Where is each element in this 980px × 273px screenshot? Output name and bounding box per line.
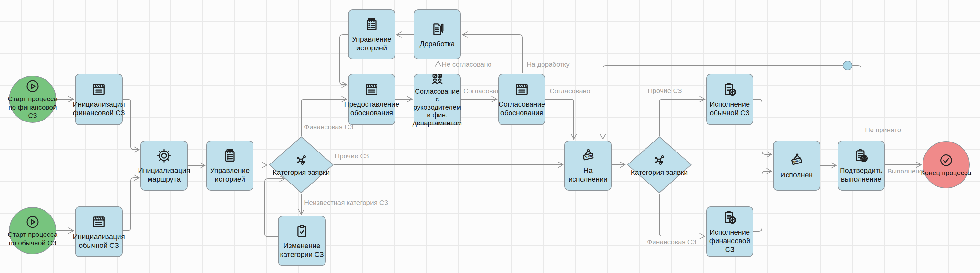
edge-label-other-2: Прочие СЗ [648, 87, 682, 94]
edge-waypoint-handle[interactable] [843, 61, 853, 70]
node-route-init[interactable]: Инициализация маршрута [140, 140, 188, 191]
node-label: Предоставление обоснования [344, 100, 399, 118]
node-label: Управление историей [349, 35, 394, 53]
node-story-management[interactable]: Управление историей [206, 140, 253, 191]
edge-label-other-1: Прочие СЗ [335, 152, 369, 160]
edge-label-not-accepted: Не принято [865, 126, 901, 133]
play-circle-icon [25, 78, 40, 94]
network-icon [652, 153, 667, 168]
node-exec-regular[interactable]: Исполнение обычной СЗ [706, 73, 753, 125]
node-category-gateway-1[interactable]: Категория заявки [269, 136, 334, 193]
node-story-management-top[interactable]: Управление историей [348, 10, 395, 59]
node-label: Инициализация маршрута [138, 166, 190, 184]
edges-layer: Финансовая СЗ Прочие СЗ Неизвестная кате… [0, 0, 980, 273]
node-label: Инициализация обычной СЗ [73, 233, 125, 250]
edge-label-unknown-category: Неизвестная категория СЗ [304, 199, 388, 206]
network-icon [294, 153, 309, 168]
node-label: На исполнении [566, 166, 610, 184]
edge-label-not-approved: Не согласовано [442, 61, 492, 68]
check-circle-icon [939, 153, 954, 168]
edge-category2-to-execreg[interactable] [659, 99, 705, 136]
node-confirm-completion[interactable]: Подтвердить выполнение [838, 140, 885, 191]
edge-execreg-to-done[interactable] [753, 99, 772, 155]
open-sign-icon: OPEN [788, 152, 805, 169]
node-approve-manager[interactable]: Согласование с руководителем и фин. депа… [414, 73, 461, 125]
node-end-process[interactable]: Конец процесса [923, 141, 970, 188]
node-exec-financial[interactable]: Исполнение финансовой СЗ [706, 206, 753, 257]
edge-label-approved-2: Согласовано [550, 87, 590, 95]
people-vote-icon [430, 72, 445, 86]
node-category-gateway-2[interactable]: Категория заявки [627, 136, 692, 193]
clipboard-check-icon [294, 223, 310, 239]
gear-icon [156, 147, 172, 164]
node-label: Изменение категории СЗ [279, 242, 325, 259]
node-done[interactable]: OPEN Исполнен [773, 140, 820, 191]
clapperboard-icon [91, 214, 107, 230]
node-label: Согласование обоснования [498, 100, 546, 118]
edge-category2-to-execfin[interactable] [659, 193, 705, 236]
node-label: Исполнение обычной СЗ [708, 100, 752, 118]
edge-label-to-rework: На доработку [527, 61, 570, 68]
edge-storytop-to-provide[interactable] [340, 35, 348, 85]
node-label: Категория заявки [273, 168, 330, 177]
node-label: Исполнен [780, 171, 813, 180]
document-pencil-icon [429, 21, 445, 37]
node-approve-justification[interactable]: Согласование обоснования [498, 73, 546, 125]
clapperboard-icon [91, 81, 107, 98]
edge-label-financial-2: Финансовая СЗ [647, 238, 696, 246]
node-label: Старт процесса по обычной СЗ [7, 230, 58, 247]
edge-init-reg-to-route[interactable] [123, 178, 139, 231]
notepad-list-icon [221, 147, 238, 164]
node-label: Исполнение финансовой СЗ [708, 228, 752, 254]
node-change-category[interactable]: Изменение категории СЗ [278, 216, 326, 266]
node-label: Конец процесса [921, 169, 972, 177]
clipboard-check-badge-icon [721, 81, 738, 98]
edge-approvejust-to-inprogress[interactable] [545, 99, 574, 139]
node-label: Управление историей [208, 166, 252, 184]
node-label: Старт процесса по финансовой СЗ [7, 95, 58, 120]
node-label: Инициализация финансовой СЗ [73, 100, 125, 118]
node-label: Категория заявки [631, 168, 688, 177]
node-provide-justification[interactable]: Предоставление обоснования [348, 73, 395, 125]
node-rework[interactable]: Доработка [414, 10, 461, 59]
node-init-regular[interactable]: Инициализация обычной СЗ [75, 206, 123, 257]
node-label: Подтвердить выполнение [839, 166, 883, 184]
edge-label-completed: Выполнено [887, 168, 923, 175]
node-label: Согласование с руководителем и фин. депа… [413, 88, 462, 127]
edge-init-fin-to-route[interactable] [123, 99, 139, 150]
node-start-financial[interactable]: Старт процесса по финансовой СЗ [9, 76, 56, 123]
clapperboard-icon [514, 81, 530, 98]
diagram-canvas[interactable]: Финансовая СЗ Прочие СЗ Неизвестная кате… [0, 0, 980, 273]
edge-label-financial-1: Финансовая СЗ [304, 123, 353, 131]
notepad-list-icon [363, 16, 380, 33]
edge-execfin-to-done[interactable] [753, 171, 772, 231]
clapperboard-icon [363, 81, 380, 98]
play-circle-icon [25, 214, 40, 230]
node-in-progress[interactable]: OPEN На исполнении [565, 140, 612, 191]
node-start-regular[interactable]: Старт процесса по обычной СЗ [9, 207, 56, 254]
node-init-financial[interactable]: Инициализация финансовой СЗ [75, 73, 123, 125]
clipboard-gear-icon [853, 147, 870, 164]
open-sign-icon: OPEN [580, 147, 597, 164]
clipboard-check-badge-icon [721, 209, 738, 226]
node-label: Доработка [420, 40, 455, 48]
